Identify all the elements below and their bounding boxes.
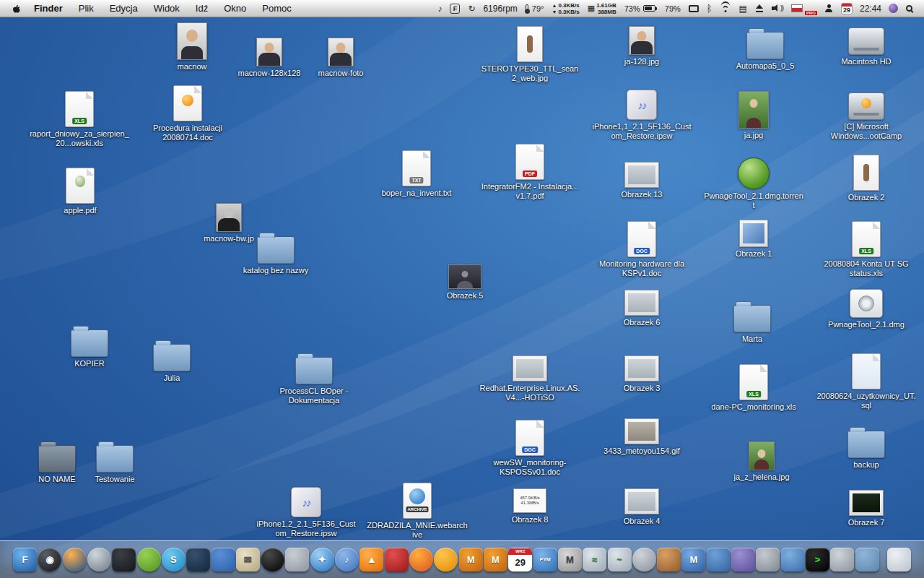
music-note-menu-icon[interactable]: ♪ [434, 0, 445, 17]
dock-icon-dashboard[interactable]: ◉ [38, 548, 61, 571]
desktop-icon-zdradzila-mnie-webarchive[interactable]: ARCHIVEZDRADZILA_MNIE.webarchive [367, 483, 468, 540]
f-key-menu-icon[interactable]: F [446, 0, 463, 17]
desktop-icon-obrazek-5[interactable]: Obrazek 5 [414, 264, 515, 301]
dock-icon-vlc[interactable]: ▲ [359, 548, 383, 571]
dock-icon-pym[interactable]: PYM [533, 548, 557, 571]
desktop-icon-wewsw-monitoring-kspossv01-doc[interactable]: DOCwewSW_monitoring-KSPOSSv01.doc [479, 420, 580, 477]
display-menu[interactable] [685, 0, 702, 17]
dock-icon-black-round-app[interactable] [261, 548, 284, 571]
desktop-icon-pwnagetool-2-1-dmg-torrent[interactable]: PwnageTool_2.1.dmg.torrent [703, 155, 804, 210]
desktop-icon-obrazek-7[interactable]: Obrazek 7 [816, 490, 917, 527]
dock-icon-jdownloader[interactable] [434, 548, 458, 571]
dock-icon-navy-app[interactable] [186, 548, 210, 571]
desktop-icon-iphone1-2-2-1-5f136-custom-restore-ipsw[interactable]: iPhone1,2_2.1_5F136_Custom_Restore.ipsw [256, 483, 357, 538]
desktop-icon-obrazek-3[interactable]: Obrazek 3 [591, 355, 692, 393]
menu-idz[interactable]: Idź [188, 0, 215, 17]
dock-icon-terminal[interactable]: > [806, 548, 829, 571]
input-menu[interactable]: ▤ [736, 0, 751, 17]
battery-menu-1[interactable]: 73% [621, 0, 661, 17]
dock-icon-activity-monitor[interactable]: ≈ [583, 548, 606, 571]
dock-icon-blue-app-3[interactable] [781, 548, 805, 571]
desktop-icon-integratorfm2-instalacja-v1-7-pdf[interactable]: PDFIntegratorFM2 - Instalacja... v1.7.pd… [479, 144, 580, 201]
menu-widok[interactable]: Widok [147, 0, 187, 17]
desktop-icon-pwnagetool-2-1-dmg[interactable]: PwnageTool_2.1.dmg [816, 285, 917, 329]
desktop-icon-macnow-foto[interactable]: macnow-foto [290, 38, 391, 78]
desktop-icon-backup[interactable]: backup [816, 423, 917, 470]
desktop-icon-monitoring-hardware-dla-kspv1-doc[interactable]: DOCMonitoring hardware dla KSPv1.doc [591, 221, 692, 278]
dock-icon-red-app[interactable] [385, 548, 409, 571]
desktop-icon-sterotype30-ttl-sean2-web-jpg[interactable]: STEROTYPE30_TTL_sean2_web.jpg [479, 26, 580, 83]
desktop-icon-obrazek-13[interactable]: Obrazek 13 [591, 162, 692, 199]
calendar-menu[interactable]: 29 [837, 0, 856, 17]
desktop-icon-c-microsoft-windows-ootcamp[interactable]: [C] Microsoft Windows...ootCamp [816, 87, 917, 141]
dock-icon-flame-app[interactable] [409, 548, 433, 571]
dock-icon-trash[interactable] [887, 548, 911, 571]
dock-icon-itunes[interactable]: ♪ [335, 548, 359, 571]
dock-icon-globe-browser[interactable] [87, 548, 111, 571]
volume-menu[interactable]: )) [768, 0, 787, 17]
desktop-icon-redhat-enterprise-linux-as-v4-hotiso[interactable]: Redhat.Enterprise.Linux.AS.V4...-HOTiSO [479, 355, 580, 402]
desktop-icon-obrazek-6[interactable]: Obrazek 6 [591, 290, 692, 327]
desktop-icon-obrazek-8[interactable]: 457.9KB/s 41.3MB/sObrazek 8 [479, 488, 580, 525]
desktop-icon-20080624-uzytkownicy-ut-sql[interactable]: 20080624_uzytkownicy_UT.sql [816, 353, 917, 410]
desktop-icon-katalog-bez-nazwy[interactable]: katalog bez nazwy [225, 229, 326, 275]
menu-plik[interactable]: Plik [71, 0, 101, 17]
apple-menu[interactable] [7, 0, 25, 17]
dock-icon-ical-september-29[interactable]: WRZ29 [508, 548, 532, 571]
menu-edycja[interactable]: Edycja [103, 0, 145, 17]
dock-icon-gray-app-2[interactable] [756, 548, 780, 571]
desktop-icon-iphone1-1-2-1-5f136-custom-restore-ipsw[interactable]: iPhone1,1_2.1_5F136_Custom_Restore.ipsw [591, 85, 692, 141]
dock-icon-dark-app[interactable] [112, 548, 136, 571]
dock-icon-gray-round-app[interactable] [632, 548, 656, 571]
dock-icon-safari[interactable]: ✦ [310, 548, 334, 571]
desktop-icon-obrazek-1[interactable]: Obrazek 1 [703, 220, 804, 259]
dock-icon-mail[interactable]: ✉ [236, 548, 260, 571]
dock-icon-m-orange-2[interactable]: M [484, 548, 507, 571]
language-flag-menu[interactable]: PRO [788, 0, 821, 17]
desktop-icon-ja-z-helena-jpg[interactable]: ja_z_helena.jpg [711, 441, 812, 482]
dock-icon-gray-app[interactable] [285, 548, 309, 571]
sync-menu-icon[interactable]: ↻ [464, 0, 479, 17]
desktop-icon-apple-pdf[interactable]: apple.pdf [30, 168, 131, 215]
dock-icon-firefox[interactable] [63, 548, 87, 571]
dock-icon-gray-app-3[interactable] [830, 548, 854, 571]
desktop-icon-procedura-instalacji-20080714-doc[interactable]: Procedura instalacji 20080714.doc [137, 85, 238, 142]
menu-finder[interactable]: Finder [27, 0, 70, 17]
fan-speed[interactable]: 6196rpm [479, 0, 520, 17]
desktop-icon-ja-128-jpg[interactable]: ja-128.jpg [591, 26, 692, 66]
desktop-icon-testowanie[interactable]: Testowanie [64, 438, 165, 484]
dock-icon-mamp[interactable]: M [459, 548, 483, 571]
spotlight-menu[interactable] [902, 0, 918, 17]
desktop-icon-obrazek-2[interactable]: Obrazek 2 [816, 155, 917, 202]
desktop-icon-obrazek-4[interactable]: Obrazek 4 [591, 488, 692, 526]
bluetooth-menu[interactable]: ᛒ [703, 0, 716, 17]
dock-icon-skype[interactable]: S [162, 548, 186, 571]
dock-icon-finder[interactable]: F [13, 548, 37, 571]
dock-icon-blue-app-2[interactable] [707, 548, 731, 571]
desktop-icon-boper-na-invent-txt[interactable]: TXTboper_na_invent.txt [366, 150, 467, 198]
desktop-icon-marta[interactable]: Marta [702, 298, 803, 344]
dock-icon-adium[interactable] [137, 548, 161, 571]
dock-icon-purple-app[interactable] [731, 548, 755, 571]
desktop-icon-processcl-boper-dokumentacja[interactable]: ProcessCL BOper - Dokumentacja [263, 350, 365, 405]
menu-okno[interactable]: Okno [217, 0, 253, 17]
desktop-icon-dane-pc-monitoring-xls[interactable]: XLSdane-PC_monitoring.xls [703, 364, 804, 412]
desktop-icon-automapa5-0-5[interactable]: Automapa5_0_5 [715, 25, 816, 71]
memory-menu[interactable]: ▦ 1.61GB 388MB [584, 0, 620, 17]
battery-menu-2[interactable]: 79% [661, 0, 684, 17]
dock-icon-brown-box-app[interactable] [657, 548, 681, 571]
dock-icon-blue-app[interactable] [212, 548, 235, 571]
desktop-icon-julia[interactable]: Julia [121, 337, 222, 383]
wifi-menu[interactable] [717, 0, 735, 17]
dock-icon-documents-stack[interactable] [855, 548, 879, 571]
eject-menu[interactable] [751, 0, 767, 17]
desktop-icon-20080804-konta-ut-sg-status-xls[interactable]: XLS20080804 Konta UT SG status.xls [816, 221, 917, 278]
desktop-icon-3433-metoyou154-gif[interactable]: 3433_metoyou154.gif [591, 418, 692, 456]
desktop-icon-macintosh-hd[interactable]: Macintosh HD [816, 22, 917, 66]
dock-icon-pulse-monitor[interactable]: ~ [608, 548, 632, 571]
dock-icon-m-gray[interactable]: M [558, 548, 582, 571]
temperature-menu[interactable]: 79° [522, 0, 548, 17]
desktop-icon-ja-jpg[interactable]: ja.jpg [703, 91, 804, 140]
menu-clock[interactable]: 22:44 [857, 0, 884, 17]
desktop-icon-raport-dniowy-za-sierpien-20-owski-xls[interactable]: XLSraport_dniowy_za_sierpien_20...owski.… [29, 91, 130, 148]
